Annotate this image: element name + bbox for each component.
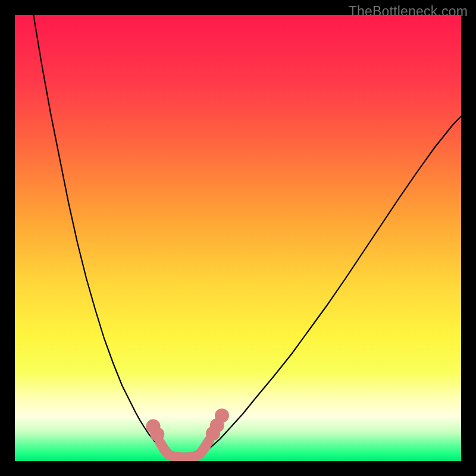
plot-area: [15, 15, 461, 461]
valley-worm: [160, 441, 209, 458]
right-curve: [202, 116, 461, 453]
right-dot-3: [215, 409, 229, 423]
left-dot-2: [150, 427, 164, 441]
plot-svg: [15, 15, 461, 461]
watermark-text: TheBottleneck.com: [349, 4, 468, 20]
left-curve: [33, 15, 169, 455]
chart-frame: TheBottleneck.com: [0, 0, 476, 476]
